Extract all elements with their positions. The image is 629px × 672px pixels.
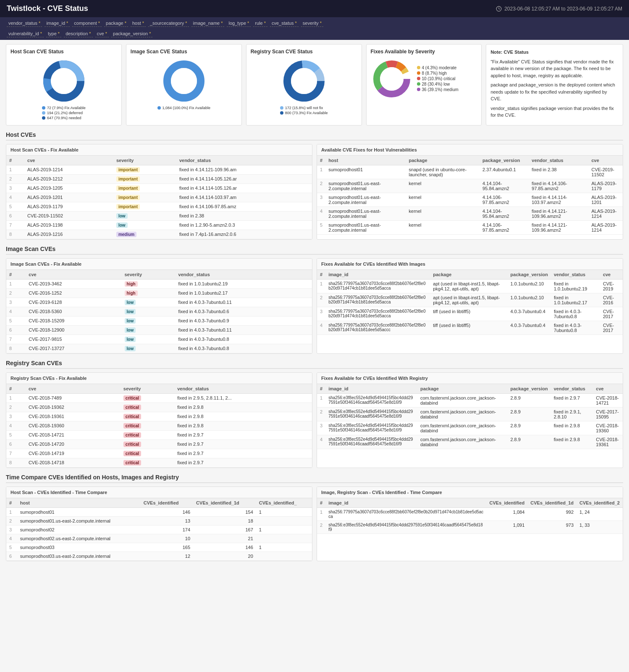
col-cvs-1d: CVEs_identified_1d: [527, 498, 577, 508]
row-num: 2: [6, 517, 17, 526]
severity-badge: critical: [123, 423, 141, 429]
severity-legend: 4 (4.3%) moderate 8 (8.7%) high 10 (10.9…: [417, 65, 459, 93]
row-num: 2: [317, 408, 325, 421]
svg-point-16: [380, 67, 404, 91]
cvs-2-cell: [256, 552, 312, 561]
vendor-status-cell: fixed in 2.9.7: [174, 431, 312, 440]
host-available-fixes-table: Available CVE Fixes for Host Vulnerabili…: [317, 144, 623, 240]
filter-description[interactable]: description *: [64, 30, 92, 37]
cve-cell: CVE-2018-15209: [26, 316, 121, 326]
severity-cell: low: [122, 326, 176, 335]
filter-rule[interactable]: rule *: [253, 20, 267, 27]
table-row: 4 sumoprodhost01.us-east-2.compute.inter…: [317, 207, 623, 221]
table-row: 2 sha256:e3f8ec552e4d9d5494415f5bc4ddd29…: [317, 521, 623, 534]
severity-badge: critical: [123, 405, 141, 410]
filter-cve-status[interactable]: cve_status *: [270, 20, 299, 27]
table-row: 2 sumoprodhost01.us-east-2.compute.inter…: [6, 517, 312, 526]
severity-badge: low: [125, 318, 136, 324]
cvs-2-cell: [256, 517, 312, 526]
cvs-1d-cell: 973: [527, 521, 577, 534]
vendor-status-cell: fixed in 4.14.106-97.85.amz: [176, 202, 312, 212]
filter-vendor-status[interactable]: vendor_status *: [7, 20, 42, 27]
cve-cell: ALAS-2019-1201: [24, 193, 113, 202]
image-id-cell: sha256:e3f8ec552e4d9d5494415f5bc4ddd2975…: [325, 408, 417, 421]
image-fix-available-table: Image Scan CVEs - Fix Available # cve se…: [6, 258, 312, 354]
row-num: 3: [317, 307, 325, 321]
table-row: 2 sha256:779975a3607d703c6cce88f2bb6076e…: [317, 293, 623, 307]
severity-cell: critical: [121, 449, 174, 458]
package-cell: tiff (used in libtiff5): [430, 307, 507, 321]
filter-vulnerability-id[interactable]: vulnerability_id *: [7, 30, 44, 37]
registry-avail-table: # image_id package package_version vendo…: [317, 384, 623, 449]
registry-fix-available-table: Registry Scan CVEs - Fix Available # cve…: [6, 372, 312, 468]
vendor-status-cell: fixed in 1.0.1ubuntu2.19: [551, 280, 600, 293]
row-num: 3: [6, 184, 24, 193]
fixes-by-severity-title: Fixes Available by Severity: [371, 49, 477, 55]
package-cell: com.fasterxml.jackson.core_jackson-datab…: [417, 421, 508, 435]
cvs-2-cell: 1, 33: [577, 521, 623, 534]
registry-scan-cve-card: Registry Scan CVE Status 172 (15.8%) wil…: [246, 44, 362, 126]
severity-cell: low: [122, 316, 176, 326]
col-host: host: [325, 156, 406, 165]
table-row: 1 sha256:e3f8ec552e4d9d5494415f5bc4ddd29…: [317, 394, 623, 408]
table-row: 4 CVE-2018-19360 critical fixed in 2.9.8: [6, 421, 312, 431]
table-row: 8 CVE-2017-13727 low fixed in 4.0.3-7ubu…: [6, 344, 312, 353]
severity-badge: low: [125, 346, 136, 351]
col-cve: cve: [588, 156, 623, 165]
filter-type[interactable]: type *: [46, 30, 61, 37]
vendor-status-cell: fixed in 4.0.3-7ubuntu0.6: [176, 307, 312, 316]
host-cell: sumoprodhost03.us-east-2.compute.interna…: [17, 552, 141, 561]
cve-cell: ALAS-2019-1201: [588, 193, 623, 207]
cve-cell: CVE-2018-19361: [26, 412, 121, 421]
row-num: 8: [6, 230, 24, 239]
severity-cell: critical: [121, 403, 174, 412]
host-cell: sumoprodhost01.us-east-2.compute.interna…: [325, 193, 406, 207]
vendor-status-cell: fixed in 1.2.90-5.amzn2.0.3: [176, 221, 312, 230]
filter-image-id[interactable]: image_id *: [45, 20, 70, 27]
image-registry-time-title: Image, Registry Scan - CVEs Identified -…: [317, 487, 623, 498]
severity-cell: low: [113, 221, 176, 230]
package-cell: apt (used in libapt-inst1.5, libapt-pkg4…: [430, 293, 507, 307]
row-num: 4: [317, 321, 325, 335]
host-time-compare-table: Host Scan - CVEs Identified - Time Compa…: [6, 486, 312, 561]
severity-badge: important: [116, 186, 140, 191]
cve-cell: ALAS-2019-1214: [588, 207, 623, 221]
vendor-status-cell: fixed in 4.14.114-105.126.ar: [176, 175, 312, 184]
filter-package[interactable]: package *: [104, 20, 128, 27]
severity-badge: low: [125, 309, 136, 314]
table-row: 3 sha256:779975a3607d703c6cce88f2bb6076e…: [317, 307, 623, 321]
host-cves-row: Host Scan CVEs - Fix Available # cve sev…: [6, 144, 623, 240]
vendor-status-cell: fixed in 4.0.3-7ubuntu0.8: [551, 321, 600, 335]
filter-sourcecategory[interactable]: _sourcecategory *: [148, 20, 189, 27]
vendor-status-cell: fixed in 4.14.106-97.85.amzn2: [529, 179, 588, 193]
filter-image-name[interactable]: image_name *: [191, 20, 225, 27]
table-row: 1 CVE-2019-3462 high fixed in 1.0.1ubunt…: [6, 280, 312, 289]
row-num: 2: [6, 175, 24, 184]
row-num: 3: [317, 193, 325, 207]
severity-cell: important: [113, 184, 176, 193]
row-num: 4: [317, 435, 325, 449]
package-cell: kernel: [406, 179, 480, 193]
col-cve: cve: [600, 270, 623, 280]
filter-component[interactable]: component *: [72, 20, 102, 27]
row-num: 2: [317, 179, 325, 193]
table-row: 5 CVE-2018-14721 critical fixed in 2.9.7: [6, 431, 312, 440]
pkg-version-cell: 4.14.106-97.85.amzn2: [480, 193, 529, 207]
filter-log-type[interactable]: log_type *: [227, 20, 251, 27]
severity-cell: low: [122, 298, 176, 307]
filter-host[interactable]: host *: [131, 20, 146, 27]
col-pkg-version: package_version: [480, 156, 529, 165]
cvs-1d-cell: 992: [527, 508, 577, 521]
col-num: #: [317, 270, 325, 280]
row-num: 5: [6, 316, 26, 326]
severity-cell: high: [122, 280, 176, 289]
filter-cve[interactable]: cve *: [95, 30, 109, 37]
pkg-version-cell: 1.0.1ubuntu2.10: [508, 280, 551, 293]
image-scan-legend: 1,084 (100.0%) Fix Available: [157, 106, 210, 111]
filter-package-version[interactable]: package_version *: [111, 30, 152, 37]
package-cell: snapd (used in ubuntu-core-launcher, sna…: [406, 165, 480, 179]
filter-severity[interactable]: severity *: [301, 20, 323, 27]
image-scan-donut-container: 1,084 (100.0%) Fix Available: [131, 58, 237, 111]
cve-cell: CVE-2018-19360: [593, 421, 623, 435]
image-id-cell: sha256:779975a3607d703c6cce88f2bb6076ef2…: [325, 321, 430, 335]
